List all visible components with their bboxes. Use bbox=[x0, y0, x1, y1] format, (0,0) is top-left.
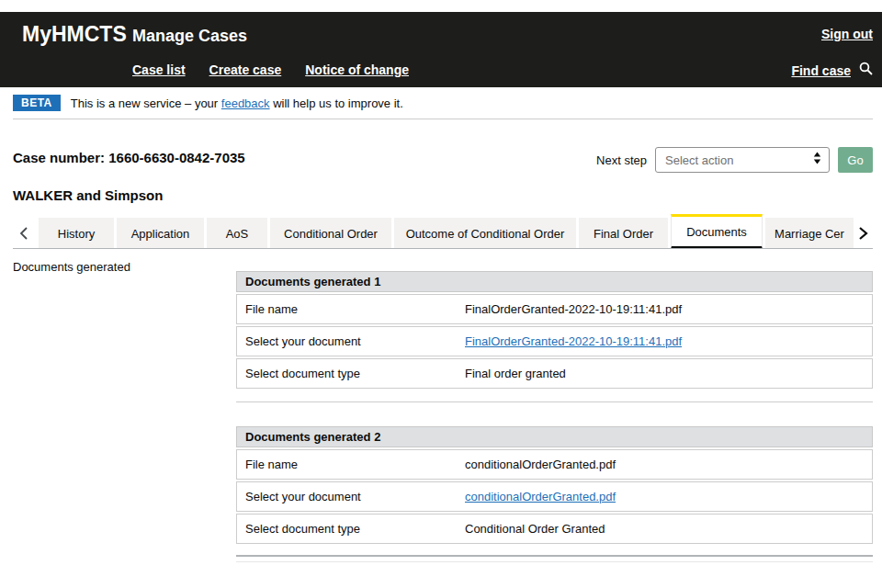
next-step-label: Next step bbox=[596, 153, 647, 167]
beta-text: This is a new service – your feedback wi… bbox=[71, 96, 403, 110]
tab-outcome-of-conditional-order[interactable]: Outcome of Conditional Order bbox=[394, 218, 576, 249]
bottom-separator bbox=[236, 555, 873, 557]
go-button[interactable]: Go bbox=[838, 147, 873, 173]
row-value: Final order granted bbox=[465, 367, 872, 380]
nav-notice-of-change[interactable]: Notice of change bbox=[305, 62, 409, 77]
case-tabs: History Application AoS Conditional Orde… bbox=[39, 214, 854, 249]
case-number: Case number: 1660-6630-0842-7035 bbox=[13, 150, 245, 165]
page: MyHMCTS Manage Cases Sign out Case list … bbox=[0, 0, 882, 588]
next-step-select[interactable]: Select action bbox=[655, 147, 830, 173]
row-value: FinalOrderGranted-2022-10-19:11:41.pdf bbox=[465, 302, 872, 316]
app-header: MyHMCTS Manage Cases Sign out Case list … bbox=[0, 12, 882, 87]
find-case[interactable]: Find case bbox=[791, 62, 873, 79]
tab-aos[interactable]: AoS bbox=[207, 218, 267, 249]
row-label: File name bbox=[237, 458, 465, 471]
nav-case-list[interactable]: Case list bbox=[132, 62, 186, 77]
bottom-separator-light bbox=[236, 561, 873, 562]
table-separator bbox=[236, 401, 873, 402]
beta-text-after: will help us to improve it. bbox=[273, 96, 403, 110]
beta-text-before: This is a new service – your bbox=[71, 96, 218, 110]
document-link[interactable]: FinalOrderGranted-2022-10-19:11:41.pdf bbox=[465, 334, 682, 348]
feedback-link[interactable]: feedback bbox=[221, 96, 270, 110]
table-row: Select document type Conditional Order G… bbox=[236, 514, 873, 544]
tab-marriage-certificate[interactable]: Marriage Cer bbox=[765, 218, 854, 249]
tab-application[interactable]: Application bbox=[117, 218, 204, 249]
table-row: Select your document conditionalOrderGra… bbox=[236, 481, 873, 512]
tabs-divider bbox=[13, 248, 873, 249]
row-label: Select your document bbox=[237, 490, 465, 503]
documents-generated-1-table: Documents generated 1 File name FinalOrd… bbox=[236, 271, 873, 389]
row-label: File name bbox=[237, 302, 465, 316]
tab-final-order[interactable]: Final Order bbox=[579, 218, 668, 249]
search-icon[interactable] bbox=[859, 62, 873, 79]
section-label: Documents generated bbox=[13, 260, 130, 274]
tabs-scroll-left-icon[interactable] bbox=[19, 226, 28, 244]
table-row: File name conditionalOrderGranted.pdf bbox=[236, 449, 873, 480]
table-title: Documents generated 1 bbox=[236, 271, 873, 292]
table-row: File name FinalOrderGranted-2022-10-19:1… bbox=[236, 294, 873, 324]
app-title: Manage Cases bbox=[132, 27, 247, 46]
tabs-scroll-right-icon[interactable] bbox=[858, 226, 868, 244]
document-link[interactable]: conditionalOrderGranted.pdf bbox=[465, 490, 616, 503]
next-step-control: Next step Select action Go bbox=[596, 147, 873, 173]
header-nav: Case list Create case Notice of change bbox=[132, 62, 409, 77]
beta-banner: BETA This is a new service – your feedba… bbox=[13, 95, 873, 111]
beta-badge: BETA bbox=[13, 95, 61, 111]
row-label: Select document type bbox=[237, 522, 465, 536]
nav-create-case[interactable]: Create case bbox=[209, 62, 282, 77]
find-case-link[interactable]: Find case bbox=[791, 63, 851, 78]
table-title: Documents generated 2 bbox=[236, 426, 873, 447]
row-label: Select document type bbox=[237, 367, 465, 380]
row-value: conditionalOrderGranted.pdf bbox=[465, 458, 872, 471]
table-row: Select your document FinalOrderGranted-2… bbox=[236, 326, 873, 356]
brand-logo: MyHMCTS bbox=[22, 22, 127, 47]
documents-generated-2-table: Documents generated 2 File name conditio… bbox=[236, 426, 873, 544]
table-row: Select document type Final order granted bbox=[236, 358, 873, 389]
sign-out-link[interactable]: Sign out bbox=[821, 27, 873, 41]
case-parties-title: WALKER and Simpson bbox=[13, 187, 163, 203]
row-label: Select your document bbox=[237, 334, 465, 348]
beta-divider bbox=[13, 119, 873, 119]
tab-conditional-order[interactable]: Conditional Order bbox=[270, 218, 391, 249]
next-step-selected-value: Select action bbox=[665, 153, 733, 167]
tab-documents[interactable]: Documents bbox=[671, 214, 763, 249]
row-value: Conditional Order Granted bbox=[465, 522, 872, 536]
tab-history[interactable]: History bbox=[39, 218, 114, 249]
select-arrows-icon bbox=[813, 152, 821, 168]
